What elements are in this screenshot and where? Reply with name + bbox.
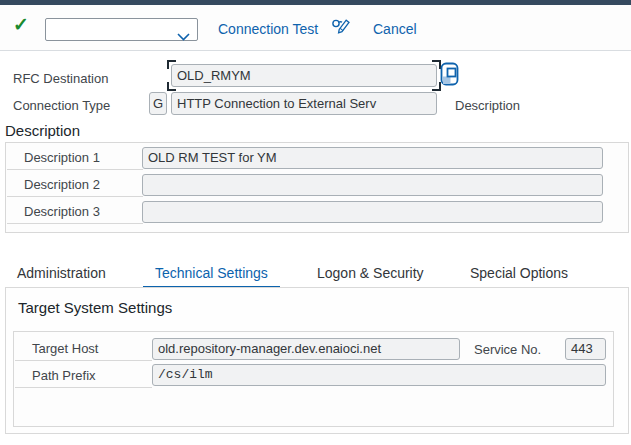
service-no-label: Service No. [474,342,541,357]
description-1-label: Description 1 [7,146,143,170]
description-2-label: Description 2 [7,173,143,197]
ok-checkmark-icon[interactable]: ✓ [13,13,29,36]
application-toolbar: ✓ Connection Test Cancel [0,5,631,51]
path-prefix-label: Path Prefix [15,363,152,388]
description-groupbox: Description 1 OLD RM TEST for YM Descrip… [5,142,629,233]
description-1-field[interactable]: OLD RM TEST for YM [142,147,603,169]
tab-administration[interactable]: Administration [5,261,118,286]
connection-type-code-field[interactable]: G [149,92,167,115]
description-2-field[interactable] [142,174,603,196]
rfc-destination-screen: ✓ Connection Test Cancel RFC Destination… [0,0,631,445]
focus-corner [167,60,176,69]
connection-type-label: Connection Type [13,98,110,113]
tab-special-options[interactable]: Special Options [458,261,580,286]
technical-settings-panel: Target System Settings Target Host old.r… [5,287,629,434]
command-combobox[interactable] [45,18,198,41]
display-change-icon[interactable] [331,16,351,44]
rfc-destination-field[interactable]: OLD_RMYM [171,64,437,87]
copy-destination-icon[interactable] [439,61,461,92]
target-host-label: Target Host [15,336,152,361]
description-hint-label: Description [455,98,520,113]
tab-logon-security[interactable]: Logon & Security [305,261,436,286]
rfc-destination-field-wrap: OLD_RMYM [171,64,437,87]
description-section-title: Description [5,122,80,139]
tab-technical-settings[interactable]: Technical Settings [143,261,280,290]
chevron-down-icon[interactable] [177,27,190,45]
description-3-label: Description 3 [7,200,143,224]
connection-type-text-field[interactable]: HTTP Connection to External Serv [171,92,437,115]
focus-corner [167,82,176,91]
target-system-groupbox: Target Host old.repository-manager.dev.e… [13,331,614,427]
service-no-field[interactable]: 443 [565,338,606,360]
connection-test-button[interactable]: Connection Test [218,21,318,37]
target-host-field[interactable]: old.repository-manager.dev.enaioci.net [152,338,460,360]
path-prefix-field[interactable]: /cs/ilm [152,364,606,386]
target-system-settings-title: Target System Settings [18,299,172,316]
cancel-button[interactable]: Cancel [373,21,417,37]
description-3-field[interactable] [142,201,603,223]
rfc-destination-label: RFC Destination [13,71,108,86]
